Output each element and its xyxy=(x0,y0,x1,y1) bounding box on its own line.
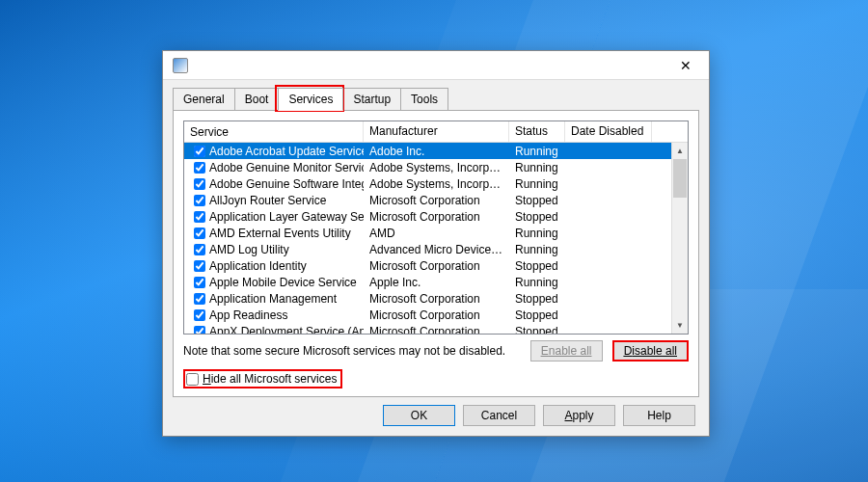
service-manufacturer: Apple Inc. xyxy=(364,276,509,289)
service-row[interactable]: Adobe Acrobat Update ServiceAdobe Inc.Ru… xyxy=(184,143,688,159)
hide-microsoft-services[interactable]: Hide all Microsoft services xyxy=(183,369,342,388)
tab-tools[interactable]: Tools xyxy=(400,88,448,111)
service-manufacturer: Microsoft Corporation xyxy=(364,292,509,306)
service-row[interactable]: Adobe Genuine Software Integri...Adobe S… xyxy=(184,175,688,192)
tab-general[interactable]: General xyxy=(173,88,235,111)
dialog-buttons: OK Cancel Apply Help xyxy=(383,405,695,426)
service-checkbox[interactable] xyxy=(194,211,205,223)
service-name: Adobe Genuine Software Integri... xyxy=(209,177,364,191)
services-tab-panel: Service Manufacturer Status Date Disable… xyxy=(173,110,699,397)
service-checkbox[interactable] xyxy=(194,277,205,288)
service-row[interactable]: AMD Log UtilityAdvanced Micro Devices, I… xyxy=(184,241,688,257)
tab-strip: GeneralBootServicesStartupTools xyxy=(163,80,709,111)
service-name: AppX Deployment Service (AppX... xyxy=(209,325,364,335)
service-status: Running xyxy=(509,276,565,289)
service-checkbox[interactable] xyxy=(194,260,205,272)
service-manufacturer: Microsoft Corporation xyxy=(364,210,509,224)
service-status: Stopped xyxy=(509,194,565,207)
service-checkbox[interactable] xyxy=(194,244,205,255)
column-status[interactable]: Status xyxy=(509,121,565,142)
tab-services[interactable]: Services xyxy=(278,88,343,111)
scroll-down-icon[interactable]: ▼ xyxy=(672,317,688,334)
tab-startup[interactable]: Startup xyxy=(342,88,401,111)
enable-all-button[interactable]: Enable all xyxy=(530,340,603,362)
service-checkbox[interactable] xyxy=(194,178,205,190)
help-button[interactable]: Help xyxy=(623,405,695,426)
service-status: Stopped xyxy=(509,325,565,335)
service-row[interactable]: Application IdentityMicrosoft Corporatio… xyxy=(184,257,688,274)
service-status: Running xyxy=(509,243,565,256)
service-name: Apple Mobile Device Service xyxy=(209,276,357,289)
close-button[interactable]: ✕ xyxy=(666,52,705,79)
service-row[interactable]: Apple Mobile Device ServiceApple Inc.Run… xyxy=(184,274,688,290)
service-status: Stopped xyxy=(509,210,565,224)
service-status: Running xyxy=(509,145,565,158)
service-name: Application Layer Gateway Service xyxy=(209,210,364,224)
service-name: Application Identity xyxy=(209,259,307,273)
service-name: App Readiness xyxy=(209,308,287,322)
service-status: Stopped xyxy=(509,308,565,322)
listview-header[interactable]: Service Manufacturer Status Date Disable… xyxy=(184,121,688,143)
service-name: Adobe Genuine Monitor Service xyxy=(209,161,364,174)
service-row[interactable]: Application ManagementMicrosoft Corporat… xyxy=(184,290,688,307)
hide-microsoft-checkbox[interactable] xyxy=(186,373,199,386)
ok-button[interactable]: OK xyxy=(383,405,455,426)
service-manufacturer: Adobe Systems, Incorpora... xyxy=(364,161,509,174)
titlebar[interactable]: ✕ xyxy=(163,51,709,80)
service-status: Stopped xyxy=(509,292,565,306)
service-row[interactable]: AppX Deployment Service (AppX...Microsof… xyxy=(184,323,688,335)
service-status: Stopped xyxy=(509,259,565,273)
service-checkbox[interactable] xyxy=(194,195,205,206)
column-date-disabled[interactable]: Date Disabled xyxy=(565,121,652,142)
scrollbar-thumb[interactable] xyxy=(673,159,687,198)
hide-microsoft-label: Hide all Microsoft services xyxy=(203,372,337,386)
service-checkbox[interactable] xyxy=(194,309,205,321)
service-checkbox[interactable] xyxy=(194,293,205,305)
close-icon: ✕ xyxy=(680,58,692,73)
service-name: Adobe Acrobat Update Service xyxy=(209,145,364,158)
service-manufacturer: Microsoft Corporation xyxy=(364,194,509,207)
service-checkbox[interactable] xyxy=(194,326,205,335)
service-status: Running xyxy=(509,227,565,240)
service-row[interactable]: Adobe Genuine Monitor ServiceAdobe Syste… xyxy=(184,159,688,175)
disable-all-button[interactable]: Disable all xyxy=(612,340,689,362)
service-checkbox[interactable] xyxy=(194,146,205,157)
msconfig-dialog: ✕ GeneralBootServicesStartupTools Servic… xyxy=(162,50,710,437)
service-manufacturer: Adobe Inc. xyxy=(364,145,509,158)
service-status: Running xyxy=(509,161,565,174)
service-status: Running xyxy=(509,177,565,191)
listview-body[interactable]: Adobe Acrobat Update ServiceAdobe Inc.Ru… xyxy=(184,143,688,335)
app-icon xyxy=(173,58,188,73)
service-row[interactable]: AMD External Events UtilityAMDRunning xyxy=(184,225,688,241)
service-row[interactable]: Application Layer Gateway ServiceMicroso… xyxy=(184,208,688,225)
service-manufacturer: Microsoft Corporation xyxy=(364,308,509,322)
service-manufacturer: Microsoft Corporation xyxy=(364,325,509,335)
service-manufacturer: Microsoft Corporation xyxy=(364,259,509,273)
service-name: Application Management xyxy=(209,292,337,306)
service-row[interactable]: AllJoyn Router ServiceMicrosoft Corporat… xyxy=(184,192,688,208)
scroll-up-icon[interactable]: ▲ xyxy=(672,143,688,159)
apply-button[interactable]: Apply xyxy=(543,405,615,426)
service-manufacturer: Adobe Systems, Incorpora... xyxy=(364,177,509,191)
service-manufacturer: Advanced Micro Devices, I... xyxy=(364,243,509,256)
service-manufacturer: AMD xyxy=(364,227,509,240)
column-manufacturer[interactable]: Manufacturer xyxy=(364,121,509,142)
cancel-button[interactable]: Cancel xyxy=(463,405,535,426)
service-checkbox[interactable] xyxy=(194,162,205,174)
tab-boot[interactable]: Boot xyxy=(234,88,280,111)
service-name: AMD External Events Utility xyxy=(209,227,351,240)
services-listview[interactable]: Service Manufacturer Status Date Disable… xyxy=(183,120,689,335)
service-name: AMD Log Utility xyxy=(209,243,289,256)
service-row[interactable]: App ReadinessMicrosoft CorporationStoppe… xyxy=(184,307,688,323)
service-checkbox[interactable] xyxy=(194,228,205,239)
column-service[interactable]: Service xyxy=(184,121,364,142)
note-text: Note that some secure Microsoft services… xyxy=(183,344,521,358)
service-name: AllJoyn Router Service xyxy=(209,194,326,207)
scrollbar[interactable]: ▲ ▼ xyxy=(671,143,688,334)
